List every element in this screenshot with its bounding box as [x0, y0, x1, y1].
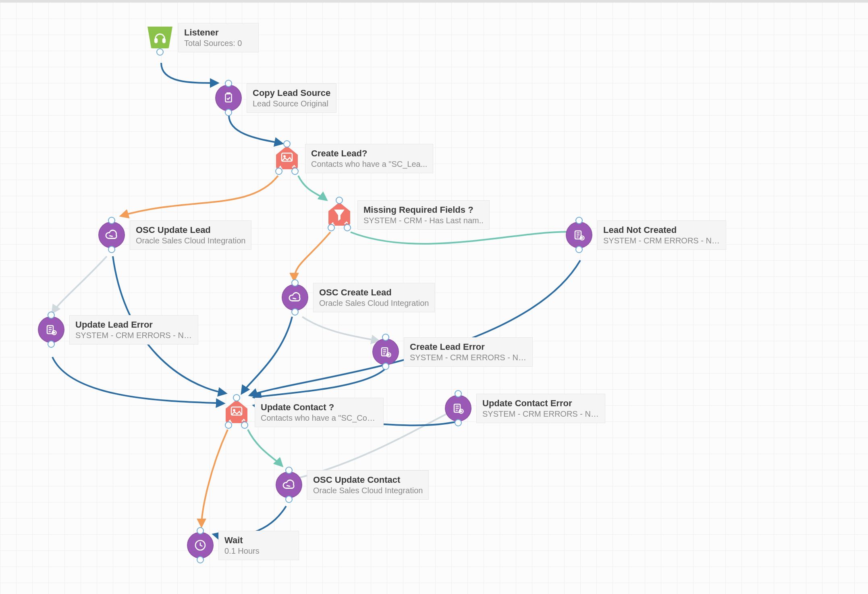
node-label: Missing Required Fields ? SYSTEM - CRM -…: [357, 200, 490, 230]
node-osc-create-lead[interactable]: OSC Create Lead Oracle Sales Cloud Integ…: [280, 282, 435, 312]
cloud-icon: [97, 220, 127, 250]
decision-filter-icon: [324, 200, 354, 230]
decision-icon: [272, 143, 302, 173]
decision-icon: [222, 397, 251, 427]
list-add-icon: [36, 315, 66, 345]
node-osc-update-contact[interactable]: OSC Update Contact Oracle Sales Cloud In…: [274, 470, 429, 500]
node-label: Copy Lead Source Lead Source Original: [247, 83, 336, 113]
svg-point-27: [233, 409, 235, 411]
svg-rect-0: [155, 39, 157, 43]
list-add-icon: [371, 337, 401, 367]
node-update-contact-error[interactable]: Update Contact Error SYSTEM - CRM ERRORS…: [443, 393, 605, 423]
node-copy-lead-source[interactable]: Copy Lead Source Lead Source Original: [214, 83, 336, 113]
node-label: Wait 0.1 Hours: [218, 531, 299, 560]
node-update-contact-decision[interactable]: Update Contact ? Contacts who have a "SC…: [222, 397, 384, 427]
listener-icon: [145, 23, 175, 52]
clipboard-icon: [214, 83, 243, 113]
node-label: OSC Update Contact Oracle Sales Cloud In…: [307, 470, 429, 500]
node-label: Update Contact ? Contacts who have a "SC…: [255, 398, 384, 427]
node-create-lead-error[interactable]: Create Lead Error SYSTEM - CRM ERRORS - …: [371, 337, 533, 367]
node-label: Create Lead? Contacts who have a "SC_Lea…: [305, 144, 433, 173]
node-label: Lead Not Created SYSTEM - CRM ERRORS - N…: [597, 220, 726, 250]
list-add-icon: [564, 220, 594, 250]
node-label: OSC Create Lead Oracle Sales Cloud Integ…: [313, 283, 435, 312]
node-label: OSC Update Lead Oracle Sales Cloud Integ…: [130, 220, 251, 250]
node-label: Update Lead Error SYSTEM - CRM ERRORS - …: [69, 315, 198, 345]
node-lead-not-created[interactable]: Lead Not Created SYSTEM - CRM ERRORS - N…: [564, 220, 726, 250]
node-label: Create Lead Error SYSTEM - CRM ERRORS - …: [404, 337, 533, 367]
node-missing-fields-decision[interactable]: Missing Required Fields ? SYSTEM - CRM -…: [324, 200, 490, 230]
node-osc-update-lead[interactable]: OSC Update Lead Oracle Sales Cloud Integ…: [97, 220, 251, 250]
clock-icon: [185, 530, 215, 560]
list-add-icon: [443, 393, 473, 423]
svg-point-4: [283, 155, 286, 158]
node-label: Listener Total Sources: 0: [178, 23, 259, 52]
node-wait[interactable]: Wait 0.1 Hours: [185, 530, 299, 560]
svg-rect-1: [163, 39, 165, 43]
node-create-lead-decision[interactable]: Create Lead? Contacts who have a "SC_Lea…: [272, 143, 433, 173]
workflow-canvas[interactable]: Listener Total Sources: 0 Copy Lead Sour…: [0, 0, 868, 594]
cloud-icon: [274, 470, 304, 500]
node-listener[interactable]: Listener Total Sources: 0: [145, 23, 259, 52]
cloud-icon: [280, 282, 310, 312]
svg-rect-2: [226, 94, 232, 102]
node-label: Update Contact Error SYSTEM - CRM ERRORS…: [476, 394, 605, 423]
node-update-lead-error[interactable]: Update Lead Error SYSTEM - CRM ERRORS - …: [36, 315, 198, 345]
